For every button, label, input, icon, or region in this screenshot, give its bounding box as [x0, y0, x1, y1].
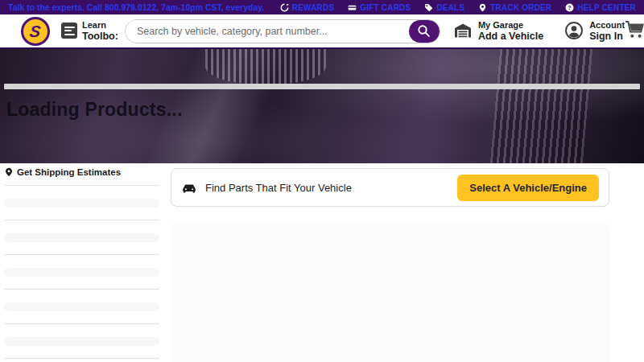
account-sign-in-link[interactable]: Account Sign In [564, 20, 625, 42]
products-loading-skeleton [171, 222, 609, 362]
search-input[interactable] [126, 20, 409, 43]
toolbox-icon [61, 23, 77, 39]
vehicle-fit-label: Find Parts That Fit Your Vehicle [205, 182, 352, 194]
learn-toolbox-link[interactable]: Learn Toolbo: [61, 20, 118, 42]
topbar-message: Talk to the experts. Call 800.979.0122, … [8, 2, 264, 12]
divider [4, 289, 159, 290]
filters-sidebar: Get Shipping Estimates [4, 163, 159, 362]
cart-icon [625, 19, 644, 39]
topbar-links: REWARDS GIFT CARDS DEALS TRACK ORDER ? H… [280, 3, 636, 12]
vehicle-fit-card: Find Parts That Fit Your Vehicle Select … [171, 168, 609, 207]
topbar-link-track-order[interactable]: TRACK ORDER [478, 3, 551, 12]
learn-label-line1: Learn [82, 20, 118, 31]
topbar-link-help-center[interactable]: ? HELP CENTER [565, 3, 636, 12]
sidebar-skeleton-bar [4, 199, 159, 208]
hero-valve-cover-fins [490, 49, 592, 163]
loading-text: Loading Products... [6, 99, 182, 121]
search-bar [125, 19, 440, 43]
garage-label-line2: Add a Vehicle [478, 31, 543, 42]
account-label-line2: Sign In [589, 31, 625, 42]
account-icon [564, 21, 584, 40]
divider [4, 323, 159, 324]
car-icon [181, 181, 197, 194]
header: S Learn Toolbo: My Garage Add a Vehicle … [0, 14, 644, 49]
shipping-estimates-label: Get Shipping Estimates [17, 167, 121, 177]
main-panel: Find Parts That Fit Your Vehicle Select … [171, 163, 609, 362]
speedway-logo[interactable]: S [21, 17, 50, 46]
sidebar-skeleton-bar [4, 337, 159, 346]
help-center-icon: ? [565, 3, 574, 12]
sidebar-skeleton-bar [4, 268, 159, 277]
content: Get Shipping Estimates Find Parts That F… [0, 163, 644, 362]
sidebar-skeleton-bar [4, 302, 159, 311]
gift-cards-icon [348, 3, 357, 12]
svg-text:?: ? [568, 4, 572, 11]
divider [4, 220, 159, 220]
search-icon [417, 24, 431, 38]
divider [4, 254, 159, 255]
rewards-icon [280, 3, 289, 12]
search-button[interactable] [409, 20, 440, 43]
location-pin-icon [4, 167, 14, 177]
track-order-icon [478, 3, 487, 12]
divider [4, 358, 159, 359]
sidebar-skeleton-bar [4, 233, 159, 242]
learn-label-line2: Toolbo: [82, 31, 118, 42]
topbar-link-rewards[interactable]: REWARDS [280, 3, 335, 12]
divider [4, 185, 159, 186]
garage-label-line1: My Garage [478, 20, 543, 31]
logo-letter: S [29, 23, 42, 39]
hero-air-cleaner-fins [205, 49, 326, 84]
my-garage-link[interactable]: My Garage Add a Vehicle [453, 20, 543, 42]
select-vehicle-button[interactable]: Select A Vehicle/Engine [457, 175, 599, 201]
cart-button[interactable] [625, 19, 644, 43]
hero-engine-image: Loading Products... [0, 49, 644, 163]
deals-icon [424, 3, 433, 12]
loading-progress-bar [4, 84, 640, 89]
topbar: Talk to the experts. Call 800.979.0122, … [0, 0, 644, 14]
account-label-line1: Account [589, 20, 625, 31]
garage-icon [453, 22, 473, 39]
topbar-link-gift-cards[interactable]: GIFT CARDS [348, 3, 411, 12]
topbar-link-deals[interactable]: DEALS [424, 3, 464, 12]
shipping-estimates-link[interactable]: Get Shipping Estimates [4, 167, 159, 177]
